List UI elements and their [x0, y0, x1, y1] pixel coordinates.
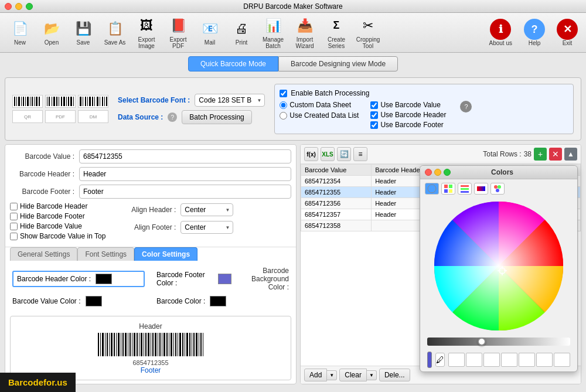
color-palette-mode-btn[interactable]	[490, 183, 505, 195]
bc-sample-5[interactable]: PDF	[45, 110, 76, 123]
use-value-cb-label[interactable]: Use Barcode Value	[370, 101, 446, 109]
hex-box-5[interactable]	[519, 353, 535, 367]
hide-value-cb[interactable]	[10, 223, 18, 230]
about-label: About us	[489, 40, 512, 46]
add-row-button[interactable]: +	[534, 148, 547, 161]
hex-box-7[interactable]	[554, 353, 570, 367]
toolbar-manage-batch[interactable]: 📊 Manage Batch	[258, 14, 288, 52]
add-dropdown-arrow[interactable]: ▼	[327, 370, 337, 380]
barcode-footer-input[interactable]	[79, 185, 291, 199]
header-color-swatch[interactable]	[96, 274, 112, 284]
data-source-info-icon[interactable]: ?	[168, 113, 177, 122]
toolbar-print[interactable]: 🖨 Print	[226, 17, 257, 48]
clear-dropdown-arrow[interactable]: ▼	[367, 370, 377, 380]
exit-button[interactable]: ✕ Exit	[553, 16, 581, 49]
refresh-button[interactable]: 🔄	[337, 147, 351, 161]
bc-sample-2[interactable]	[45, 95, 76, 108]
panel-close-light[interactable]	[425, 169, 432, 176]
brightness-thumb[interactable]	[478, 338, 486, 346]
color-wheel-container[interactable]	[433, 200, 564, 332]
quick-barcode-mode-tab[interactable]: Quick Barcode Mode	[188, 56, 278, 71]
panel-maximize-light[interactable]	[444, 169, 451, 176]
toolbar-save-as[interactable]: 📋 Save As	[100, 17, 130, 48]
function-button[interactable]: f(x)	[304, 147, 318, 161]
toolbar-cropping-tool[interactable]: ✂ Cropping Tool	[353, 14, 383, 52]
svg-rect-34	[104, 97, 105, 106]
brightness-track[interactable]	[427, 338, 570, 346]
custom-data-radio[interactable]	[280, 101, 287, 109]
close-traffic-light[interactable]	[5, 3, 12, 10]
help-button[interactable]: ? Help	[520, 16, 548, 49]
excel-button[interactable]: XLS	[321, 147, 335, 161]
toolbar-mail[interactable]: 📧 Mail	[195, 17, 225, 48]
batch-help-button[interactable]: ?	[460, 101, 472, 113]
panel-minimize-light[interactable]	[434, 169, 441, 176]
toolbar-export-pdf[interactable]: 📕 Export PDF	[163, 14, 193, 52]
font-select[interactable]: Code 128 SET B	[195, 94, 265, 107]
svg-rect-12	[47, 97, 47, 106]
hex-box-4[interactable]	[501, 353, 517, 367]
use-barcode-value-cb[interactable]	[370, 101, 378, 109]
toolbar-new[interactable]: 📄 New	[5, 17, 35, 48]
use-created-radio[interactable]	[280, 112, 287, 120]
show-value-top-cb[interactable]	[10, 233, 18, 240]
about-button[interactable]: ℹ About us	[486, 16, 516, 49]
delete-row-button[interactable]: ✕	[549, 148, 562, 161]
bc-sample-6[interactable]: DM	[78, 110, 108, 123]
hide-footer-cb[interactable]	[10, 213, 18, 220]
color-grid-mode-btn[interactable]	[441, 183, 455, 195]
clear-dropdown[interactable]: Clear ▼	[339, 369, 377, 381]
maximize-traffic-light[interactable]	[26, 3, 33, 10]
bc-sample-1[interactable]	[12, 95, 43, 108]
designing-view-mode-tab[interactable]: Barcode Designing view Mode	[278, 56, 398, 71]
toolbar-import-wizard[interactable]: 📥 Import Wizard	[289, 14, 320, 52]
barcode-header-input[interactable]	[79, 167, 291, 181]
toolbar-open[interactable]: 📂 Open	[36, 17, 67, 48]
current-color-swatch[interactable]	[427, 352, 432, 368]
toolbar-create-series[interactable]: Σ Create Series	[321, 14, 352, 52]
hide-header-cb[interactable]	[10, 203, 18, 210]
hex-box-6[interactable]	[536, 353, 553, 367]
eyedropper-button[interactable]: 🖊	[435, 353, 445, 367]
use-barcode-header-cb[interactable]	[370, 111, 378, 119]
bc-sample-4[interactable]: QR	[12, 110, 43, 123]
use-header-cb-label[interactable]: Use Barcode Header	[370, 111, 446, 119]
delete-button[interactable]: Dele...	[379, 369, 410, 381]
barcode-color-swatch[interactable]	[210, 296, 226, 306]
hex-box-2[interactable]	[466, 353, 482, 367]
add-dropdown[interactable]: Add ▼	[304, 369, 337, 381]
toolbar-export-image[interactable]: 🖼 Export Image	[131, 14, 162, 52]
bc-sample-3[interactable]	[78, 95, 108, 108]
footer-color-swatch[interactable]	[218, 274, 231, 284]
use-footer-cb-label[interactable]: Use Barcode Footer	[370, 121, 446, 129]
color-list-mode-btn[interactable]	[458, 183, 472, 195]
use-created-radio-label[interactable]: Use Created Data List	[280, 111, 359, 120]
add-button[interactable]: Add	[304, 369, 327, 381]
enable-batch-checkbox[interactable]	[280, 90, 287, 97]
align-footer-select-wrap[interactable]: Center	[180, 221, 233, 234]
svg-rect-81	[200, 333, 202, 356]
value-color-swatch[interactable]	[86, 296, 102, 306]
color-wheel-mode-btn[interactable]	[425, 183, 439, 195]
list-button[interactable]: ≡	[353, 147, 367, 161]
batch-processing-button[interactable]: Batch Processing	[182, 110, 251, 124]
barcode-value-input[interactable]	[79, 149, 291, 163]
color-settings-tab[interactable]: Color Settings	[134, 247, 197, 261]
custom-data-radio-label[interactable]: Custom Data Sheet	[280, 101, 359, 109]
align-footer-select[interactable]: Center	[180, 221, 233, 234]
align-header-select[interactable]: Center	[180, 203, 233, 216]
hex-box-1[interactable]	[448, 353, 465, 367]
hex-box-3[interactable]	[483, 353, 500, 367]
font-settings-tab[interactable]: Font Settings	[77, 247, 134, 261]
color-wheel-svg[interactable]	[433, 200, 564, 332]
use-barcode-footer-cb[interactable]	[370, 121, 378, 129]
general-settings-tab[interactable]: General Settings	[10, 247, 77, 261]
minimize-traffic-light[interactable]	[15, 3, 22, 10]
clear-button[interactable]: Clear	[339, 369, 367, 381]
font-select-wrap[interactable]: Code 128 SET B	[195, 94, 265, 107]
svg-rect-28	[89, 97, 91, 106]
align-header-select-wrap[interactable]: Center	[180, 203, 233, 216]
toolbar-save[interactable]: 💾 Save	[68, 17, 98, 48]
move-up-button[interactable]: ▲	[564, 148, 577, 161]
color-gradient-mode-btn[interactable]	[474, 183, 488, 195]
